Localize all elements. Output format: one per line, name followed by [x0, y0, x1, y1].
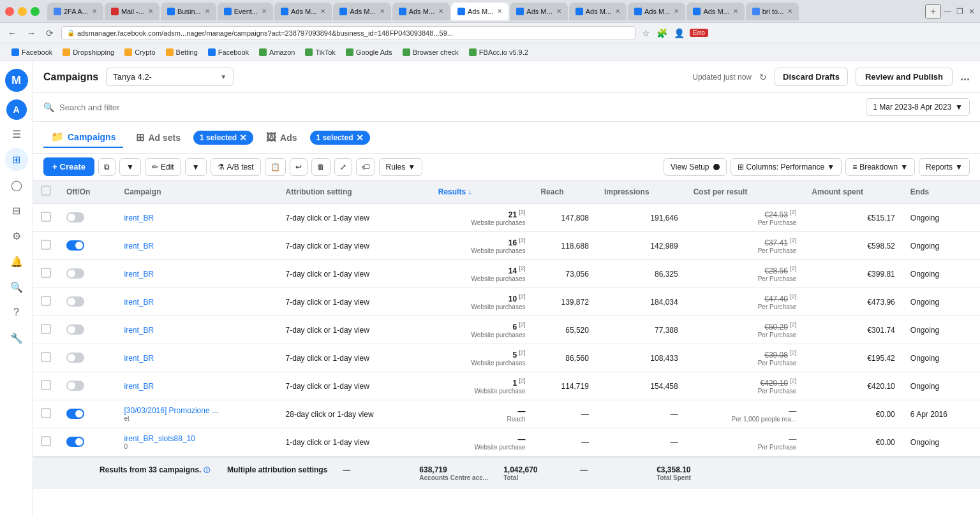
- tab-close-icon[interactable]: ✕: [262, 8, 267, 15]
- campaign-link[interactable]: irent_BR: [124, 242, 154, 251]
- create-button[interactable]: + Create: [43, 157, 94, 176]
- duplicate-dropdown-button[interactable]: ▼: [119, 158, 141, 176]
- adsets-selected-badge[interactable]: 1 selected ✕: [193, 131, 253, 145]
- rules-button[interactable]: Rules ▼: [379, 158, 423, 176]
- nav-grid-icon[interactable]: ⊟: [5, 199, 28, 222]
- browser-tab[interactable]: Ads M... ✕: [333, 3, 390, 20]
- campaign-toggle[interactable]: [66, 296, 84, 307]
- campaign-toggle[interactable]: [66, 409, 84, 419]
- nav-help-icon[interactable]: ?: [5, 301, 28, 324]
- header-results[interactable]: Results ↓: [431, 180, 533, 203]
- profile-button[interactable]: 👤: [672, 27, 686, 40]
- campaign-toggle[interactable]: [66, 353, 84, 363]
- browser-tab[interactable]: Mail -... ✕: [105, 3, 160, 20]
- campaign-link[interactable]: irent_BR: [124, 298, 154, 307]
- bookmark-item[interactable]: Facebook: [8, 47, 56, 57]
- row-checkbox[interactable]: [41, 212, 51, 222]
- bookmark-item[interactable]: FBAcc.io v5.9.2: [465, 47, 532, 57]
- campaign-link[interactable]: [30/03/2016] Promozione ...: [124, 406, 218, 415]
- ads-selected-badge[interactable]: 1 selected ✕: [310, 131, 370, 145]
- tab-close-icon[interactable]: ✕: [380, 8, 385, 15]
- browser-tab[interactable]: 2FA A... ✕: [47, 3, 103, 20]
- date-picker[interactable]: 1 Mar 2023-8 Apr 2023 ▼: [866, 98, 970, 116]
- bookmark-item[interactable]: Amazon: [255, 47, 299, 57]
- adsets-clear-icon[interactable]: ✕: [239, 133, 247, 143]
- breakdown-button[interactable]: ≡ Breakdown ▼: [845, 158, 915, 176]
- nav-circle-icon[interactable]: ◯: [5, 173, 28, 196]
- footer-info-icon[interactable]: ⓘ: [204, 467, 210, 474]
- undo-button[interactable]: ↩: [290, 158, 308, 176]
- tab-close-icon[interactable]: ✕: [320, 8, 325, 15]
- row-checkbox[interactable]: [41, 268, 51, 278]
- browser-tab[interactable]: Ads M... ✕: [569, 3, 627, 20]
- bookmark-item[interactable]: Dropshipping: [59, 47, 118, 57]
- tag-button[interactable]: 🏷: [356, 158, 375, 176]
- row-checkbox[interactable]: [41, 352, 51, 362]
- nav-settings-icon[interactable]: ⚙: [5, 224, 28, 247]
- row-checkbox[interactable]: [41, 436, 51, 446]
- columns-button[interactable]: ⊞ Columns: Performance ▼: [731, 158, 842, 176]
- select-all-checkbox[interactable]: [41, 186, 51, 196]
- forward-button[interactable]: →: [24, 27, 38, 40]
- ab-test-button[interactable]: ⚗ A/B test: [211, 158, 261, 176]
- browser-tab[interactable]: bri to... ✕: [746, 3, 799, 20]
- bookmark-item[interactable]: TikTok: [301, 47, 339, 57]
- add-tab-button[interactable]: +: [925, 4, 941, 18]
- tab-close-icon[interactable]: ✕: [615, 8, 620, 15]
- tab-close-icon[interactable]: ✕: [787, 8, 792, 15]
- view-setup-button[interactable]: View Setup: [664, 158, 727, 176]
- discard-drafts-button[interactable]: Discard Drafts: [775, 68, 848, 86]
- bookmark-item[interactable]: Facebook: [204, 47, 253, 57]
- refresh-button[interactable]: ↻: [759, 72, 767, 82]
- nav-search-icon[interactable]: 🔍: [5, 275, 28, 298]
- tab-close-icon[interactable]: ✕: [674, 8, 679, 15]
- campaign-toggle[interactable]: [66, 268, 84, 279]
- nav-menu-button[interactable]: ☰: [5, 122, 28, 145]
- campaign-link[interactable]: irent_BR_slots88_10: [124, 434, 195, 443]
- browser-tab[interactable]: Ads M... ✕: [628, 3, 685, 20]
- delete-button[interactable]: 🗑: [311, 158, 330, 176]
- campaign-toggle[interactable]: [66, 437, 84, 447]
- account-selector[interactable]: Tanya 4.2- ▼: [106, 68, 234, 86]
- tab-close-icon[interactable]: ✕: [148, 8, 153, 15]
- ads-clear-icon[interactable]: ✕: [356, 133, 364, 143]
- row-checkbox[interactable]: [41, 408, 51, 418]
- minimize-icon[interactable]: —: [944, 7, 951, 16]
- browser-tab[interactable]: Ads M... ✕: [274, 3, 332, 20]
- meta-logo[interactable]: M: [5, 69, 28, 92]
- tab-close-icon[interactable]: ✕: [556, 8, 561, 15]
- tab-close-icon[interactable]: ✕: [205, 8, 210, 15]
- bookmark-item[interactable]: Google Ads: [342, 47, 396, 57]
- tab-close-icon[interactable]: ✕: [733, 8, 738, 15]
- tab-close-icon[interactable]: ✕: [497, 8, 502, 15]
- campaign-toggle[interactable]: [66, 381, 84, 391]
- campaign-link[interactable]: irent_BR: [124, 382, 154, 391]
- browser-tab[interactable]: Ads M... ✕: [510, 3, 567, 20]
- more-tool-button[interactable]: ⤢: [334, 158, 352, 176]
- search-input[interactable]: [59, 103, 861, 112]
- row-checkbox[interactable]: [41, 296, 51, 306]
- reload-button[interactable]: ⟳: [43, 27, 56, 40]
- back-button[interactable]: ←: [5, 27, 19, 40]
- restore-icon[interactable]: ❐: [956, 7, 963, 16]
- campaign-link[interactable]: irent_BR: [124, 214, 154, 222]
- nav-bell-icon[interactable]: 🔔: [5, 250, 28, 273]
- campaign-toggle[interactable]: [66, 324, 84, 335]
- row-checkbox[interactable]: [41, 380, 51, 390]
- bookmark-item[interactable]: Crypto: [121, 47, 159, 57]
- nav-campaigns-icon[interactable]: ⊞: [5, 148, 28, 171]
- bookmark-item[interactable]: Betting: [162, 47, 202, 57]
- campaign-toggle[interactable]: [66, 212, 84, 222]
- browser-tab[interactable]: Ads M... ✕: [392, 3, 450, 20]
- tab-adsets[interactable]: ⊞ Ad sets: [128, 127, 188, 147]
- browser-tab[interactable]: Busin... ✕: [161, 3, 216, 20]
- campaign-link[interactable]: irent_BR: [124, 326, 154, 335]
- campaign-toggle[interactable]: [66, 240, 84, 251]
- campaign-link[interactable]: irent_BR: [124, 270, 154, 279]
- tab-ads[interactable]: 🖼 Ads: [258, 128, 304, 147]
- close-window-button[interactable]: [5, 7, 14, 16]
- reports-button[interactable]: Reports ▼: [919, 158, 970, 176]
- tab-close-icon[interactable]: ✕: [92, 8, 97, 15]
- campaign-link[interactable]: irent_BR: [124, 354, 154, 363]
- extensions-button[interactable]: 🧩: [655, 27, 669, 40]
